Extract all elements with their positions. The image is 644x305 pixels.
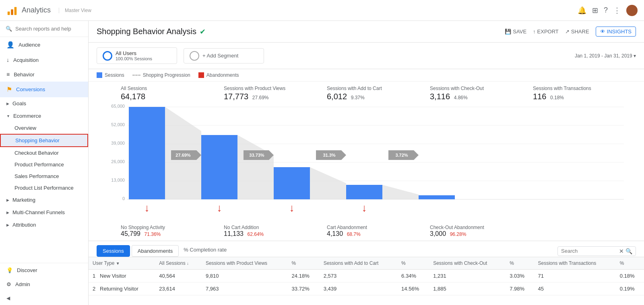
aband2-value: 4,130	[327, 230, 343, 237]
sales-performance-label: Sales Performance	[14, 173, 59, 179]
sessions-legend-box	[97, 72, 102, 78]
aband-0: No Shopping Activity 45,799 71.36%	[121, 225, 224, 237]
empty-segment-circle	[190, 51, 199, 61]
step2-pct: 9.37%	[351, 95, 365, 100]
search-input[interactable]	[15, 26, 83, 32]
user-avatar[interactable]	[626, 5, 638, 16]
segment-sublabel: 100.00% Sessions	[116, 56, 152, 61]
search-clear-icon[interactable]: ✕	[619, 248, 624, 254]
abandonments-legend-box	[198, 72, 204, 78]
save-button[interactable]: 💾 SAVE	[505, 29, 526, 35]
sidebar-group-attribution[interactable]: Attribution	[0, 219, 88, 231]
table-search-input[interactable]	[561, 248, 617, 254]
step0-value: 64,178	[121, 92, 145, 101]
th-add-cart[interactable]: Sessions with Add to Cart	[320, 257, 397, 270]
th-checkout[interactable]: Sessions with Check-Out	[429, 257, 506, 270]
sidebar-sub-product-list-performance[interactable]: Product List Performance	[0, 182, 88, 194]
sidebar-item-conversions[interactable]: ⚑ Conversions	[0, 82, 88, 97]
aband1-value: 11,133	[224, 230, 244, 237]
sidebar-group-goals[interactable]: Goals	[0, 97, 88, 110]
sidebar-item-admin[interactable]: ⚙ Admin	[0, 277, 88, 291]
tab-sessions[interactable]: Sessions	[97, 245, 130, 257]
table-search-box[interactable]: ✕ 🔍	[557, 246, 636, 256]
aband-empty	[533, 225, 636, 237]
sort-sessions-icon: ↓	[187, 261, 189, 266]
row2-pct4: 0.19%	[616, 282, 644, 295]
grid-icon[interactable]: ⊞	[592, 6, 598, 15]
sidebar-sub-overview[interactable]: Overview	[0, 122, 88, 134]
row2-transactions: 45	[534, 282, 615, 295]
add-segment-btn[interactable]: + Add Segment	[184, 48, 264, 63]
search-go-icon[interactable]: 🔍	[625, 248, 632, 254]
date-range-label: Jan 1, 2019 - Jan 31, 2019 ▾	[575, 53, 636, 59]
sidebar-group-marketing[interactable]: Marketing	[0, 194, 88, 206]
row2-user-type: 2 Returning Visitor	[89, 282, 155, 295]
th-pct2[interactable]: %	[397, 257, 429, 270]
step4-label: Sessions with Transactions	[533, 86, 636, 91]
row1-pct1: 24.18%	[288, 270, 320, 282]
export-icon: ↑	[533, 29, 536, 35]
attribution-label: Attribution	[12, 222, 36, 228]
th-product-views[interactable]: Sessions with Product Views	[202, 257, 288, 270]
admin-label: Admin	[15, 281, 30, 287]
sidebar-search[interactable]: 🔍	[0, 21, 88, 37]
tab-abandonments[interactable]: Abandonments	[132, 245, 179, 257]
aband1-pct: 62.64%	[248, 231, 264, 237]
aband0-value: 45,799	[121, 230, 140, 237]
svg-text:↓: ↓	[217, 202, 222, 214]
aband-spacer	[97, 225, 121, 237]
insights-button[interactable]: 👁 INSIGHTS	[596, 27, 636, 37]
step3-value-row: 3,116 4.86%	[430, 92, 533, 101]
step1-value-row: 17,773 27.69%	[224, 92, 327, 101]
help-icon[interactable]: ?	[604, 6, 608, 14]
th-pct4[interactable]: %	[616, 257, 644, 270]
segment-label: All Users	[116, 50, 152, 56]
sidebar-group-ecommerce[interactable]: Ecommerce	[0, 110, 88, 122]
funnel-step-1: Sessions with Product Views 17,773 27.69…	[224, 86, 327, 101]
sidebar-group-multi-channel[interactable]: Multi-Channel Funnels	[0, 206, 88, 219]
sidebar-item-audience[interactable]: Audience	[0, 37, 88, 53]
step0-value-row: 64,178	[121, 92, 224, 101]
more-icon[interactable]: ⋮	[613, 6, 621, 15]
sidebar-sub-shopping-behavior[interactable]: Shopping Behavior	[0, 134, 88, 147]
sidebar-sub-checkout-behavior[interactable]: Checkout Behavior	[0, 147, 88, 159]
segment-circle	[103, 51, 112, 61]
th-pct1[interactable]: %	[288, 257, 320, 270]
abandonment-row: No Shopping Activity 45,799 71.36% No Ca…	[89, 221, 644, 241]
th-all-sessions[interactable]: All Sessions ↓	[155, 257, 202, 270]
tab-completion[interactable]: % Completion rate	[184, 247, 227, 255]
verified-icon: ✔	[200, 27, 206, 36]
table-tabs-bar: Sessions Abandonments % Completion rate …	[89, 241, 644, 257]
discover-label: Discover	[17, 267, 37, 273]
sidebar-sub-sales-performance[interactable]: Sales Performance	[0, 170, 88, 182]
th-pct3[interactable]: %	[506, 257, 534, 270]
sidebar-sub-product-performance[interactable]: Product Performance	[0, 159, 88, 170]
shopping-behavior-label: Shopping Behavior	[15, 137, 60, 143]
table-row: 1 New Visitor 40,564 9,810 24.18% 2,573 …	[89, 270, 644, 282]
row2-pct1: 33.72%	[288, 282, 320, 295]
th-user-type[interactable]: User Type ▼	[89, 257, 155, 270]
share-button[interactable]: ↗ SHARE	[565, 29, 589, 35]
step4-value-row: 116 0.18%	[533, 92, 636, 101]
multi-channel-label: Multi-Channel Funnels	[12, 209, 65, 215]
bell-icon[interactable]: 🔔	[578, 6, 586, 15]
sidebar-item-acquisition[interactable]: ↓ Acquisition	[0, 53, 88, 67]
sidebar-collapse-btn[interactable]: ◀	[0, 291, 88, 305]
sidebar-item-behavior[interactable]: ≡ Behavior	[0, 67, 88, 82]
step4-pct: 0.18%	[550, 95, 564, 100]
aband3-label: Check-Out Abandonment	[430, 225, 533, 230]
th-transactions[interactable]: Sessions with Transactions	[534, 257, 615, 270]
funnel-svg-container: 65,000 52,000 39,000 26,000 13,000 0	[97, 103, 636, 221]
app-title: Analytics	[22, 6, 51, 14]
step1-label: Sessions with Product Views	[224, 86, 327, 91]
sidebar-item-discover[interactable]: 💡 Discover	[0, 263, 88, 277]
date-filter[interactable]: Jan 1, 2019 - Jan 31, 2019 ▾	[575, 53, 636, 59]
export-button[interactable]: ↑ EXPORT	[533, 29, 559, 35]
segment-all-users[interactable]: All Users 100.00% Sessions	[97, 47, 177, 64]
insights-label: INSIGHTS	[607, 29, 632, 35]
progression-legend-dash	[132, 75, 140, 76]
svg-text:13,000: 13,000	[111, 178, 125, 182]
row2-pct2: 14.56%	[397, 282, 429, 295]
row1-transactions: 71	[534, 270, 615, 282]
sidebar-item-label: Behavior	[14, 72, 34, 78]
